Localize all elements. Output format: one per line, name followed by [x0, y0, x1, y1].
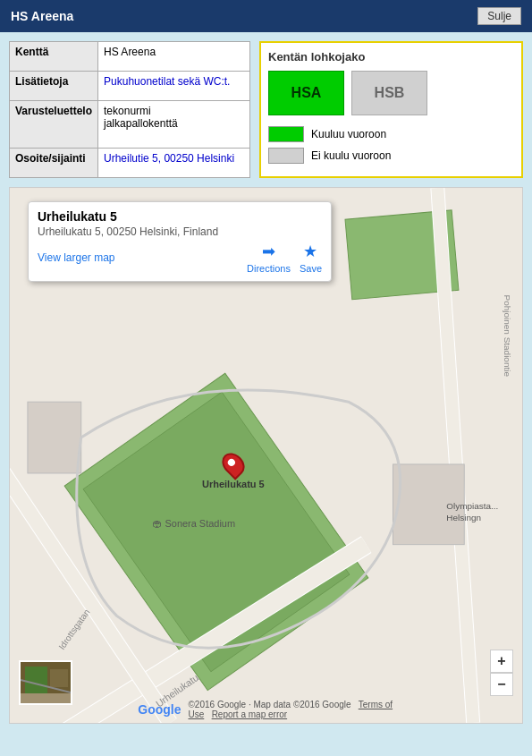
zoom-in-button[interactable]: +	[490, 650, 513, 673]
svg-rect-22	[21, 693, 72, 705]
svg-text:Helsingn: Helsingn	[446, 513, 481, 522]
value-kentta: HS Areena	[98, 42, 250, 72]
pin-label: Urheilukatu 5	[202, 479, 265, 489]
satellite-thumbnail[interactable]	[19, 660, 72, 705]
map-controls: + −	[490, 650, 513, 696]
legend-color-green	[268, 126, 304, 142]
value-varusteluettelo: tekonurmijalkapallokenttä	[98, 100, 250, 148]
legend-label-green: Kuuluu vuoroon	[311, 128, 386, 140]
map-footer: Google ©2016 Google · Map data ©2016 Goo…	[138, 700, 394, 719]
svg-rect-20	[50, 669, 68, 687]
popup-address: Urheilukatu 5, 00250 Helsinki, Finland	[38, 225, 322, 238]
report-error-link[interactable]: Report a map error	[212, 709, 287, 719]
legend-item-green: Kuuluu vuoroon	[268, 126, 514, 142]
map-container[interactable]: Urheilukatu Idrottsgatan Pohjoinen Stadi…	[9, 187, 523, 724]
map-popup: Urheilukatu 5 Urheilukatu 5, 00250 Helsi…	[28, 201, 332, 282]
pin-dot	[226, 457, 236, 467]
label-lisatietoja: Lisätietoja	[10, 71, 98, 100]
page-title: HS Areena	[11, 9, 73, 23]
copyright-text: ©2016 Google · Map data ©2016 Google	[188, 700, 350, 709]
map-pin[interactable]: Urheilukatu 5	[202, 452, 265, 489]
label-varusteluettelo: Varusteluettelo	[10, 100, 98, 148]
satellite-thumb-image	[21, 662, 72, 705]
map-copyright: ©2016 Google · Map data ©2016 Google Ter…	[188, 700, 393, 719]
value-lisatietoja: Pukuhuonetilat sekä WC:t.	[98, 71, 250, 100]
table-row: Varusteluettelo tekonurmijalkapallokentt…	[10, 100, 250, 148]
svg-text:🏟 Sonera Stadium: 🏟 Sonera Stadium	[152, 518, 235, 529]
label-osoite: Osoite/sijainti	[10, 148, 98, 177]
field-division-title: Kentän lohkojako	[268, 50, 514, 64]
table-row: Kenttä HS Areena	[10, 42, 250, 72]
legend-color-gray	[268, 148, 304, 164]
label-kentta: Kenttä	[10, 42, 98, 72]
info-table: Kenttä HS Areena Lisätietoja Pukuhuoneti…	[9, 41, 250, 178]
table-row: Lisätietoja Pukuhuonetilat sekä WC:t.	[10, 71, 250, 100]
google-logo: Google	[138, 702, 181, 717]
svg-rect-12	[28, 402, 81, 473]
header: HS Areena Sulje	[0, 0, 532, 32]
view-larger-map-link[interactable]: View larger map	[38, 251, 114, 264]
directions-label: Directions	[247, 263, 291, 274]
field-buttons: HSA HSB	[268, 71, 514, 115]
legend-label-gray: Ei kuulu vuoroon	[311, 149, 391, 162]
top-section: Kenttä HS Areena Lisätietoja Pukuhuoneti…	[9, 41, 523, 178]
field-division-panel: Kentän lohkojako HSA HSB Kuuluu vuoroon …	[259, 41, 523, 178]
save-label: Save	[300, 263, 322, 274]
close-button[interactable]: Sulje	[477, 7, 521, 25]
svg-text:Olympiasta...: Olympiasta...	[446, 501, 498, 511]
popup-title: Urheilukatu 5	[38, 209, 322, 224]
pin-marker	[217, 448, 249, 480]
save-button[interactable]: ★ Save	[300, 242, 322, 274]
table-row: Osoite/sijainti Urheilutie 5, 00250 Hels…	[10, 148, 250, 177]
field-btn-hsb[interactable]: HSB	[351, 71, 427, 115]
directions-icon: ➡	[262, 242, 275, 261]
zoom-out-button[interactable]: −	[490, 673, 513, 696]
svg-rect-19	[25, 667, 47, 693]
legend-item-gray: Ei kuulu vuoroon	[268, 148, 514, 164]
value-osoite: Urheilutie 5, 00250 Helsinki	[98, 148, 250, 177]
field-btn-hsa[interactable]: HSA	[268, 71, 344, 115]
star-icon: ★	[303, 242, 317, 261]
main-content: Kenttä HS Areena Lisätietoja Pukuhuoneti…	[0, 32, 532, 733]
svg-text:Pohjoinen Stadiontie: Pohjoinen Stadiontie	[502, 295, 512, 378]
popup-actions: View larger map ➡ Directions ★ Save	[38, 242, 322, 274]
directions-button[interactable]: ➡ Directions	[247, 242, 291, 274]
